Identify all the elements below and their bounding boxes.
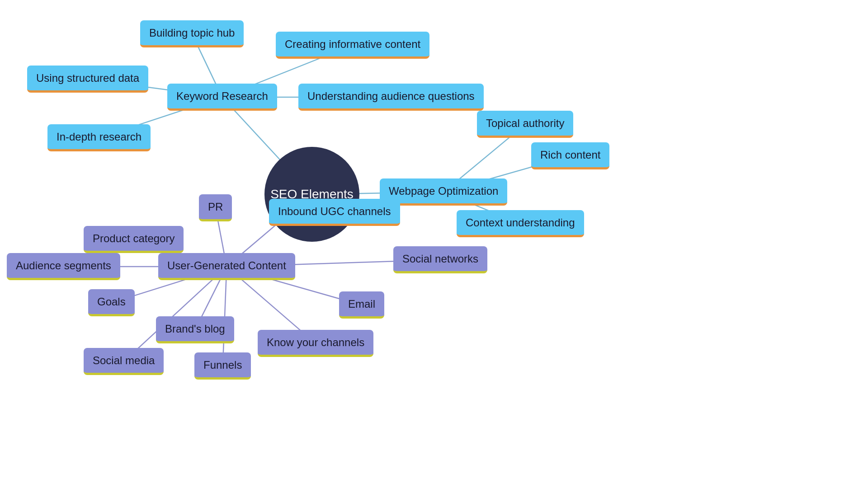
svg-line-17 — [124, 267, 227, 361]
node-topical-authority: Topical authority — [477, 111, 573, 138]
node-funnels: Funnels — [194, 352, 251, 380]
node-ugc: User-Generated Content — [158, 253, 295, 280]
node-product-category: Product category — [84, 226, 184, 253]
node-audience-segments: Audience segments — [7, 253, 120, 280]
node-goals: Goals — [88, 289, 135, 316]
node-context-understanding: Context understanding — [457, 210, 584, 237]
node-using-structured: Using structured data — [27, 66, 148, 93]
node-keyword-research: Keyword Research — [167, 84, 277, 111]
center-node: SEO Elements — [264, 147, 359, 242]
node-brands-blog: Brand's blog — [156, 316, 234, 343]
node-email: Email — [339, 291, 384, 319]
node-social-networks: Social networks — [393, 246, 487, 273]
node-building-topic: Building topic hub — [140, 20, 244, 47]
node-understanding-audience: Understanding audience questions — [298, 84, 484, 111]
node-rich-content: Rich content — [531, 142, 609, 169]
node-creating-informative: Creating informative content — [276, 32, 429, 59]
node-in-depth: In-depth research — [47, 124, 151, 151]
node-pr: PR — [199, 194, 232, 221]
node-inbound-ugc: Inbound UGC channels — [269, 199, 400, 226]
node-social-media: Social media — [84, 348, 164, 375]
node-know-channels: Know your channels — [258, 330, 373, 357]
